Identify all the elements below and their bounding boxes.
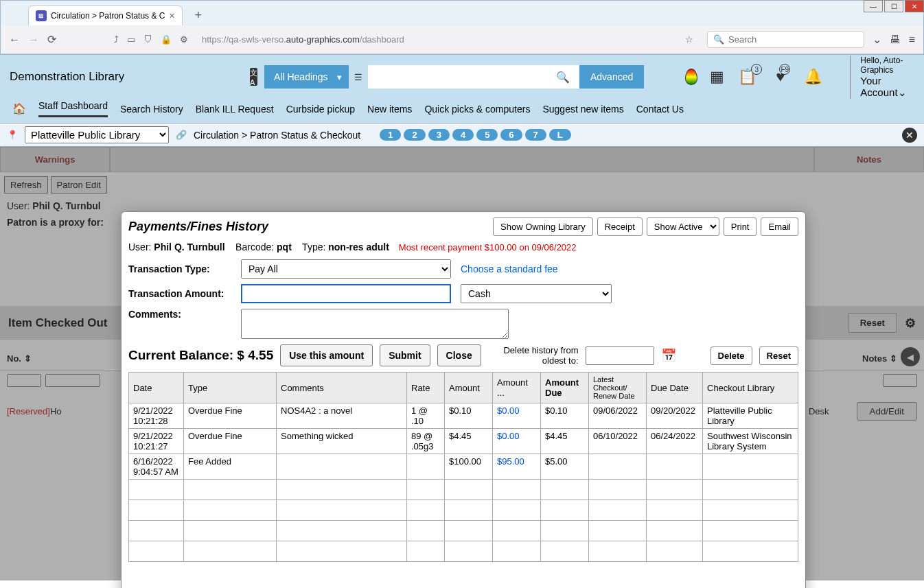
choose-fee-link[interactable]: Choose a standard fee <box>461 263 558 274</box>
catalog-search-input[interactable] <box>368 65 546 89</box>
maximize-button[interactable]: ☐ <box>884 0 903 12</box>
table-row[interactable] <box>129 480 798 500</box>
reset-history-button[interactable]: Reset <box>759 346 798 365</box>
back-icon[interactable]: ← <box>9 34 20 46</box>
th-rate[interactable]: Rate <box>407 373 445 403</box>
reload-icon[interactable]: ⟳ <box>47 33 56 46</box>
scan-icon[interactable]: ▦ <box>710 68 724 86</box>
history-table: Date Type Comments Rate Amount Amount ..… <box>128 372 798 562</box>
show-active-select[interactable]: Show Active <box>647 217 719 236</box>
table-row[interactable] <box>129 521 798 541</box>
shield-icon[interactable]: ⛉ <box>143 34 152 45</box>
table-row[interactable]: 6/16/2022 9:04:57 AMFee Added$100.00$95.… <box>129 454 798 480</box>
nav-curbside[interactable]: Curbside pickup <box>286 104 355 115</box>
txn-amount-label: Transaction Amount: <box>128 288 231 299</box>
nav-quick-picks[interactable]: Quick picks & computers <box>424 104 530 115</box>
table-row[interactable]: 9/21/2022 10:21:28Overdue FineNOS4A2 : a… <box>129 403 798 429</box>
nav-blank-ill[interactable]: Blank ILL Request <box>196 104 274 115</box>
session-tab-4[interactable]: 4 <box>452 129 474 141</box>
hello-text: Hello, Auto-Graphics <box>860 56 906 75</box>
address-bar[interactable]: https://qa-swls-verso.auto-graphics.com/… <box>196 32 677 47</box>
window-close-button[interactable]: ✕ <box>905 0 924 12</box>
link-icon: 🔗 <box>176 130 187 140</box>
comments-textarea[interactable] <box>241 309 509 339</box>
close-button-top[interactable]: Close <box>437 344 481 366</box>
headings-select[interactable]: All Headings <box>264 71 349 82</box>
barcode-value: pqt <box>277 242 292 252</box>
session-tab-3[interactable]: 3 <box>428 129 450 141</box>
bell-icon[interactable]: 🔔 <box>804 68 822 86</box>
close-sessions-icon[interactable]: ✕ <box>902 128 917 143</box>
show-owning-button[interactable]: Show Owning Library <box>493 217 593 236</box>
calendar-icon[interactable]: 📅 <box>661 348 676 363</box>
search-button[interactable]: 🔍 <box>546 65 579 89</box>
database-icon[interactable]: ☰ <box>349 65 368 89</box>
table-row[interactable] <box>129 500 798 521</box>
list-icon[interactable]: 📋3 <box>738 68 756 86</box>
submit-button-top[interactable]: Submit <box>380 344 430 366</box>
fav-badge: F9 <box>779 64 790 75</box>
delete-history-label2: oldest to: <box>542 355 579 366</box>
print-button[interactable]: Print <box>724 217 757 236</box>
pocket-icon[interactable]: ⌄ <box>873 33 881 46</box>
browser-search[interactable]: 🔍 <box>707 31 864 48</box>
search-icon: 🔍 <box>713 34 724 45</box>
browser-tab[interactable]: ⊞ Circulation > Patron Status & C × <box>28 5 183 25</box>
advanced-search-button[interactable]: Advanced <box>579 65 644 89</box>
table-row[interactable] <box>129 541 798 562</box>
th-amount-due[interactable]: Amount Due <box>541 373 589 403</box>
session-tab-l[interactable]: L <box>549 129 571 141</box>
type-value: non-res adult <box>328 242 389 252</box>
payment-method-select[interactable]: Cash <box>461 284 612 303</box>
th-amount[interactable]: Amount <box>445 373 493 403</box>
forward-icon[interactable]: → <box>28 34 39 46</box>
session-tab-1[interactable]: 1 <box>380 129 401 141</box>
th-date[interactable]: Date <box>129 373 184 403</box>
session-tab-7[interactable]: 7 <box>525 129 546 141</box>
nav-new-items[interactable]: New items <box>367 104 412 115</box>
heart-icon[interactable]: ♥F9 <box>776 68 785 86</box>
receipt-button[interactable]: Receipt <box>597 217 643 236</box>
nav-suggest[interactable]: Suggest new items <box>542 104 623 115</box>
lock-icon: 🔒 <box>161 34 172 45</box>
permissions-icon[interactable]: ⚙ <box>180 34 188 45</box>
delete-history-date[interactable] <box>586 346 654 365</box>
breadcrumb: Circulation > Patron Status & Checkout <box>194 130 360 141</box>
home-icon[interactable]: 🏠 <box>12 102 26 115</box>
tab-close-icon[interactable]: × <box>169 10 174 21</box>
th-type[interactable]: Type <box>184 373 277 403</box>
location-select[interactable]: Platteville Public Library <box>25 126 169 143</box>
nav-contact[interactable]: Contact Us <box>636 104 684 115</box>
delete-history-label1: Delete history from <box>503 345 578 355</box>
delete-button[interactable]: Delete <box>711 346 752 365</box>
th-checkout-lib[interactable]: Checkout Library <box>703 373 798 403</box>
email-button[interactable]: Email <box>761 217 798 236</box>
th-amount-p[interactable]: Amount ... <box>493 373 541 403</box>
th-comments[interactable]: Comments <box>277 373 407 403</box>
nav-staff-dashboard[interactable]: Staff Dashboard <box>38 100 108 117</box>
table-row[interactable]: 9/21/2022 10:21:27Overdue FineSomething … <box>129 429 798 454</box>
session-tab-6[interactable]: 6 <box>500 129 522 141</box>
txn-amount-input[interactable] <box>241 284 451 303</box>
use-this-amount-button[interactable]: Use this amount <box>280 344 373 366</box>
star-icon[interactable]: ☆ <box>685 34 693 45</box>
session-tab-5[interactable]: 5 <box>476 129 498 141</box>
session-tab-2[interactable]: 2 <box>404 129 425 141</box>
txn-type-select[interactable]: Pay All <box>241 259 451 279</box>
th-due-date[interactable]: Due Date <box>647 373 703 403</box>
balloon-icon[interactable] <box>685 69 697 85</box>
translate-icon[interactable]: 文A <box>250 68 257 86</box>
menu-icon[interactable]: ≡ <box>909 34 915 46</box>
bookmark-out-icon[interactable]: ⤴ <box>114 34 119 45</box>
minimize-button[interactable]: — <box>864 0 883 12</box>
print-icon[interactable]: 🖶 <box>890 34 901 46</box>
th-latest[interactable]: Latest Checkout/ Renew Date <box>589 373 647 403</box>
comments-label: Comments: <box>128 309 231 320</box>
your-account-link[interactable]: Your Account⌄ <box>860 75 906 99</box>
tabs-icon[interactable]: ▭ <box>127 34 135 45</box>
recent-payment: Most recent payment $100.00 on 09/06/202… <box>399 242 577 252</box>
browser-search-input[interactable] <box>728 34 858 45</box>
current-balance: Current Balance: $ 4.55 <box>128 348 273 363</box>
nav-search-history[interactable]: Search History <box>120 104 183 115</box>
new-tab-button[interactable]: + <box>189 5 208 25</box>
